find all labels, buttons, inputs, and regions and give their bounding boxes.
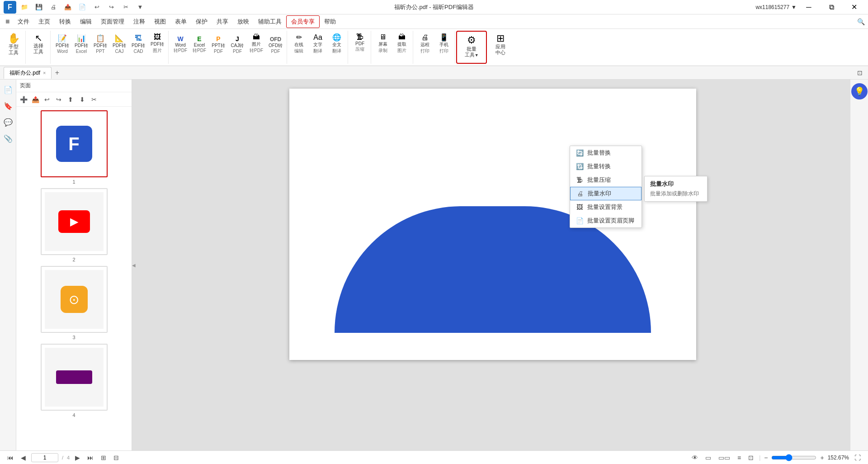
close-btn[interactable]: ✕ — [844, 0, 864, 14]
batch-watermark-item[interactable]: 🖨 批量水印 — [570, 187, 642, 200]
batch-replace-item[interactable]: 🔄 批量替换 — [570, 146, 642, 160]
thumb-item-3[interactable]: ⊙ 3 — [41, 266, 108, 340]
undo-btn[interactable]: ↩ — [90, 2, 103, 12]
zoom-slider[interactable] — [771, 454, 816, 461]
split-page-btn[interactable]: ⊟ — [112, 453, 121, 462]
thumb-move-up-btn[interactable]: ⬆ — [65, 94, 76, 105]
select-tool-btn[interactable]: ↖ 选择工具 — [28, 32, 48, 57]
thumb-img-3: ⊙ — [45, 270, 104, 329]
remote-print-btn[interactable]: 🖨 远程 打印 — [416, 32, 434, 56]
prev-page-btn[interactable]: ◀ — [19, 453, 28, 462]
thumb-move-down-btn[interactable]: ⬇ — [77, 94, 88, 105]
single-page-btn[interactable]: ▭ — [703, 453, 713, 462]
thumb-delete-btn[interactable]: ✂ — [89, 94, 99, 105]
batch-background-item[interactable]: 🖼 批量设置背景 — [570, 200, 642, 214]
sidebar-page-btn[interactable]: 📄 — [2, 83, 14, 96]
thumb-item-1[interactable]: F 1 — [41, 110, 108, 185]
dropdown-icon[interactable]: ▼ — [791, 4, 797, 10]
scroll-btn[interactable]: ≡ — [736, 453, 743, 462]
thumb-extract-btn[interactable]: 📤 — [30, 94, 41, 105]
share-btn[interactable]: 📤 — [61, 2, 74, 12]
zoom-in-btn[interactable]: + — [820, 454, 824, 461]
last-page-btn[interactable]: ⏭ — [85, 453, 95, 462]
batch-compress-item[interactable]: 🗜 批量压缩 — [570, 173, 642, 187]
ppt-to-pdf-btn[interactable]: P PPT转 PDF — [209, 34, 227, 55]
pdf-to-caj-btn[interactable]: 📐 PDF转 CAJ — [110, 33, 128, 55]
menu-convert[interactable]: 转换 — [55, 16, 75, 28]
menu-protect[interactable]: 保护 — [191, 16, 212, 28]
hamburger-menu[interactable]: ≡ — [2, 16, 13, 28]
open-file-btn[interactable]: 📁 — [18, 2, 31, 12]
menu-page-manage[interactable]: 页面管理 — [96, 16, 129, 28]
search-icon[interactable]: 🔍 — [855, 16, 866, 27]
pdf-to-ppt-btn[interactable]: 📋 PDF转 PPT — [91, 33, 109, 55]
save-btn[interactable]: 💾 — [33, 2, 45, 12]
menu-share[interactable]: 共享 — [212, 16, 233, 28]
menu-view[interactable]: 视图 — [150, 16, 170, 28]
current-page-input[interactable] — [31, 453, 58, 462]
zoom-out-btn[interactable]: − — [764, 454, 768, 461]
add-tab-btn[interactable]: + — [52, 67, 62, 78]
dropdown-arrow-btn[interactable]: ▼ — [134, 2, 146, 12]
screen-record-btn[interactable]: 🖥 屏幕 录制 — [374, 32, 392, 55]
pdf-tab[interactable]: 福昕办公.pdf × — [4, 67, 52, 79]
restore-btn[interactable]: ⧉ — [821, 0, 842, 14]
scissors-btn[interactable]: ✂ — [119, 2, 132, 12]
panel-splitter[interactable]: ◀ — [132, 80, 136, 450]
first-page-btn[interactable]: ⏮ — [5, 453, 15, 462]
page-separator: / — [62, 455, 63, 460]
full-translate-btn[interactable]: 🌐 全文 翻译 — [328, 32, 346, 56]
app-center-btn[interactable]: ⊞ 应用中心 — [490, 32, 511, 57]
pdf-to-excel-btn[interactable]: 📊 PDF转 Excel — [72, 33, 90, 55]
copy-page-btn[interactable]: ⊞ — [99, 453, 108, 462]
menu-edit[interactable]: 编辑 — [75, 16, 96, 28]
sidebar-bookmark-btn[interactable]: 🔖 — [2, 99, 14, 112]
thumb-rotate-left-btn[interactable]: ↩ — [42, 94, 52, 105]
menu-home[interactable]: 主页 — [34, 16, 55, 28]
tab-close-btn[interactable]: × — [43, 70, 46, 76]
batch-tools-btn[interactable]: ⚙ 批量工具▼ — [460, 33, 483, 60]
hand-tool-btn[interactable]: ✋ 手型工具 — [4, 32, 24, 57]
menu-vip[interactable]: 会员专享 — [286, 15, 320, 28]
redo-btn[interactable]: ↪ — [105, 2, 118, 12]
caj-to-pdf-btn[interactable]: J CAJ转 PDF — [228, 34, 246, 55]
flow-btn[interactable]: ⊡ — [746, 453, 755, 462]
word-to-pdf-btn[interactable]: W Word 转PDF — [171, 34, 189, 55]
batch-header-item[interactable]: 📄 批量设置页眉页脚 — [570, 214, 642, 227]
menu-present[interactable]: 放映 — [233, 16, 254, 28]
expand-icon[interactable]: ⊡ — [855, 68, 864, 77]
new-btn[interactable]: 📄 — [76, 2, 89, 12]
pdf-to-img-btn[interactable]: 🖼 PDF转 图片 — [148, 32, 166, 55]
thumb-add-btn[interactable]: ➕ — [18, 94, 29, 105]
next-page-btn[interactable]: ▶ — [73, 453, 82, 462]
ofd-to-pdf-btn[interactable]: OFD OFD转 PDF — [266, 35, 285, 55]
thumb-rotate-right-btn[interactable]: ↪ — [53, 94, 64, 105]
thumb-item-4[interactable]: 4 — [41, 344, 108, 418]
menu-file[interactable]: 文件 — [13, 16, 34, 28]
menu-form[interactable]: 表单 — [170, 16, 191, 28]
online-edit-btn[interactable]: ✏ 在线 编辑 — [290, 32, 308, 56]
pdf-to-word-btn[interactable]: 📝 PDF转 Word — [53, 33, 71, 55]
double-page-btn[interactable]: ▭▭ — [717, 453, 732, 462]
extract-img-btn[interactable]: 🏔 提取 图片 — [393, 32, 411, 55]
pdf-compress-btn[interactable]: 🗜 PDF 压缩 — [351, 32, 369, 54]
lightbulb-btn[interactable]: 💡 — [851, 83, 868, 99]
fullscreen-btn[interactable]: ⛶ — [853, 453, 863, 462]
eye-btn[interactable]: 👁 — [690, 453, 700, 462]
pdf-to-cad-btn[interactable]: 🏗 PDF转 CAD — [129, 33, 147, 55]
sidebar-comment-btn[interactable]: 💬 — [2, 116, 14, 128]
print-btn[interactable]: 🖨 — [47, 2, 60, 12]
pdf-to-cad-label: PDF转 — [132, 43, 145, 49]
screen-icon: 🖥 — [379, 33, 387, 41]
menu-help[interactable]: 帮助 — [320, 16, 340, 28]
minimize-btn[interactable]: ─ — [798, 0, 819, 14]
img-to-pdf-btn[interactable]: 🏔 图片 转PDF — [247, 32, 265, 55]
menu-tools[interactable]: 辅助工具 — [254, 16, 286, 28]
text-translate-btn[interactable]: Aa 文字 翻译 — [309, 32, 327, 56]
batch-convert-item[interactable]: 🔃 批量转换 — [570, 160, 642, 173]
thumb-item-2[interactable]: ▶ 2 — [41, 188, 108, 262]
menu-comment[interactable]: 注释 — [129, 16, 150, 28]
excel-to-pdf-btn[interactable]: E Excel 转PDF — [190, 34, 208, 55]
mobile-print-btn[interactable]: 📱 手机 打印 — [435, 32, 453, 56]
sidebar-attach-btn[interactable]: 📎 — [2, 132, 14, 145]
